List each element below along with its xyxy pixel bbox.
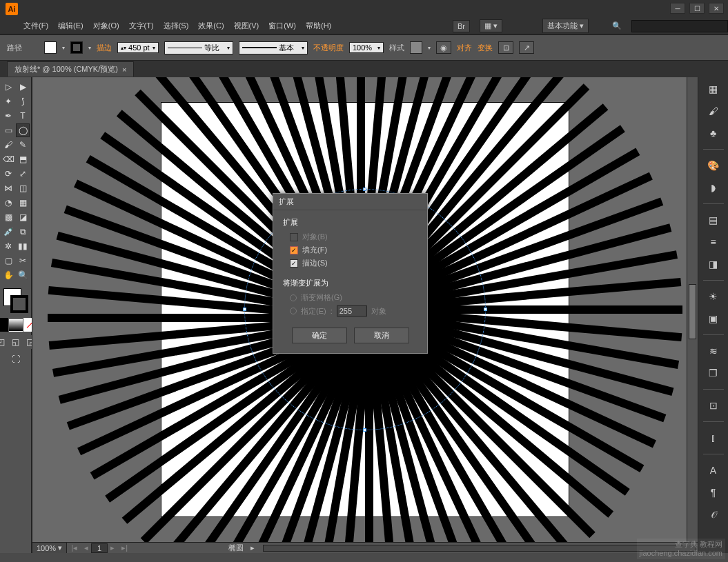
menu-window[interactable]: 窗口(W) [268, 21, 296, 31]
perspective-grid-tool[interactable]: ▦ [16, 196, 30, 210]
maximize-button[interactable]: ☐ [689, 3, 705, 14]
graphic-style-swatch[interactable] [410, 41, 422, 54]
page-nav-last[interactable]: ▸| [117, 543, 132, 552]
eraser-tool[interactable]: ⬒ [16, 152, 30, 166]
panel-opentype-icon[interactable]: 𝒪 [705, 507, 722, 522]
menu-help[interactable]: 帮助(H) [306, 21, 331, 31]
artboard-tool[interactable]: ▢ [1, 254, 15, 268]
horizontal-scrollbar[interactable] [263, 545, 696, 552]
panel-libraries-icon[interactable]: ▦ [705, 81, 722, 97]
panel-graphic-styles-icon[interactable]: ▣ [705, 311, 722, 326]
ellipse-tool[interactable]: ◯ [16, 123, 30, 137]
selection-handle[interactable] [363, 188, 366, 191]
drawing-mode-normal[interactable]: ◰ [0, 335, 8, 349]
color-mode-button[interactable] [0, 318, 8, 332]
menu-effect[interactable]: 效果(C) [198, 21, 224, 31]
recolor-button[interactable]: ◉ [436, 41, 451, 54]
brush-definition[interactable]: 基本▾ [239, 41, 308, 54]
opacity-input[interactable]: 100%▾ [349, 42, 384, 53]
screen-mode-button[interactable]: ⛶ [9, 352, 23, 366]
panel-gradient-icon[interactable]: ◨ [705, 257, 722, 272]
symbol-sprayer-tool[interactable]: ✲ [1, 239, 15, 253]
cancel-button[interactable]: 取消 [354, 328, 409, 343]
direct-selection-tool[interactable]: ▶ [16, 80, 30, 94]
shape-builder-tool[interactable]: ◔ [1, 196, 15, 210]
fill-swatch[interactable] [44, 41, 57, 54]
search-input[interactable] [631, 20, 728, 32]
panel-stroke-icon[interactable]: ≡ [705, 234, 722, 250]
scale-tool[interactable]: ⤢ [16, 167, 30, 181]
stroke-weight-input[interactable]: ▴▾ 450 pt▾ [117, 42, 159, 53]
ok-button[interactable]: 确定 [292, 328, 347, 343]
menu-text[interactable]: 文字(T) [129, 21, 154, 31]
checkbox-fill[interactable]: ✓ [290, 246, 298, 254]
selection-handle[interactable] [363, 428, 366, 432]
pencil-tool[interactable]: ✎ [16, 138, 30, 152]
select-similar-button[interactable]: ↗ [519, 41, 534, 54]
bridge-button[interactable]: Br [453, 20, 470, 32]
width-tool[interactable]: ⋈ [1, 181, 15, 195]
page-number[interactable]: 1 [91, 543, 108, 553]
stroke-square[interactable] [10, 295, 28, 313]
panel-transparency-icon[interactable]: ⊡ [705, 398, 722, 413]
rotate-tool[interactable]: ⟳ [1, 167, 15, 181]
document-tab[interactable]: 放射线* @ 100% (CMYK/预览) × [7, 61, 134, 77]
panel-brushes-icon[interactable]: 🖌 [705, 103, 722, 119]
blend-tool[interactable]: ⧉ [16, 225, 30, 239]
tab-close-icon[interactable]: × [122, 66, 126, 74]
close-button[interactable]: ✕ [709, 3, 724, 14]
eyedropper-tool[interactable]: 💉 [1, 225, 15, 239]
blob-brush-tool[interactable]: ⌫ [1, 152, 15, 166]
vertical-scrollbar[interactable] [687, 77, 698, 542]
selection-tool[interactable]: ▷ [1, 80, 15, 94]
pen-tool[interactable]: ✒ [1, 109, 15, 123]
stroke-dropdown-icon[interactable]: ▾ [88, 45, 91, 51]
minimize-button[interactable]: ─ [670, 3, 685, 14]
column-graph-tool[interactable]: ▮▮ [16, 239, 30, 253]
isolate-button[interactable]: ⊡ [498, 41, 513, 54]
slice-tool[interactable]: ✂ [16, 254, 30, 268]
panel-artboards-icon[interactable]: ❐ [705, 365, 722, 381]
menu-edit[interactable]: 编辑(E) [58, 21, 83, 31]
free-transform-tool[interactable]: ◫ [16, 181, 30, 195]
panel-color-guide-icon[interactable]: ◗ [705, 180, 722, 195]
panel-layers-icon[interactable]: ≋ [705, 343, 722, 359]
menu-select[interactable]: 选择(S) [164, 21, 189, 31]
menu-file[interactable]: 文件(F) [23, 21, 48, 31]
menu-view[interactable]: 视图(V) [234, 21, 259, 31]
gradient-tool[interactable]: ◪ [16, 210, 30, 224]
transform-label[interactable]: 变换 [478, 43, 493, 53]
selection-handle[interactable] [243, 308, 246, 311]
drawing-mode-behind[interactable]: ◱ [9, 335, 23, 349]
line-tool[interactable]: ▭ [1, 123, 15, 137]
graphic-style-dropdown-icon[interactable]: ▾ [428, 45, 431, 51]
panel-symbols-icon[interactable]: ♣ [705, 126, 722, 141]
vertical-scrollbar-thumb[interactable] [689, 284, 696, 339]
menu-object[interactable]: 对象(O) [93, 21, 119, 31]
panel-color-icon[interactable]: 🎨 [705, 158, 722, 173]
mesh-tool[interactable]: ▩ [1, 210, 15, 224]
paintbrush-tool[interactable]: 🖌 [1, 138, 15, 152]
page-nav-first[interactable]: |◂ [67, 543, 81, 552]
fill-stroke-control[interactable] [2, 287, 30, 314]
panel-align-icon[interactable]: ⫿ [705, 430, 722, 445]
hand-tool[interactable]: ✋ [1, 268, 15, 282]
stroke-swatch[interactable] [70, 41, 83, 54]
panel-paragraph-icon[interactable]: ¶ [705, 485, 722, 500]
magic-wand-tool[interactable]: ✦ [1, 94, 15, 108]
workspace-switcher[interactable]: 基本功能 ▾ [542, 19, 589, 33]
panel-appearance-icon[interactable]: ☀ [705, 289, 722, 304]
lasso-tool[interactable]: ⟆ [16, 94, 30, 108]
type-tool[interactable]: T [16, 109, 30, 123]
selection-handle[interactable] [484, 308, 487, 311]
checkbox-stroke[interactable]: ✓ [290, 259, 298, 268]
panel-character-icon[interactable]: A [705, 463, 722, 478]
align-label[interactable]: 对齐 [457, 43, 472, 53]
fill-dropdown-icon[interactable]: ▾ [62, 45, 65, 51]
arrange-documents-button[interactable]: ▦ ▾ [480, 19, 502, 32]
page-nav-next[interactable]: ▸ [108, 543, 117, 552]
status-menu-icon[interactable]: ▸ [244, 543, 262, 552]
zoom-level[interactable]: 100% ▾ [32, 543, 67, 553]
zoom-tool[interactable]: 🔍 [16, 268, 30, 282]
variable-width-profile[interactable]: 等比▾ [164, 41, 233, 54]
